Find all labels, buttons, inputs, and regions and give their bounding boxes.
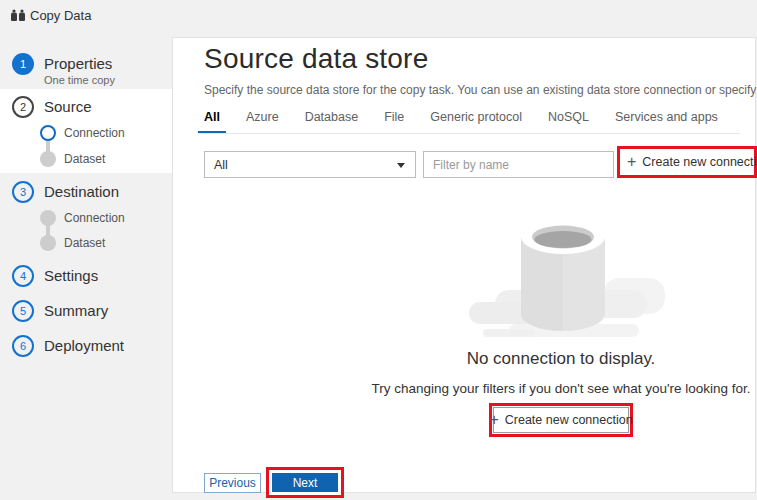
connector-type-dropdown[interactable]: All: [204, 151, 416, 178]
step-3-badge[interactable]: 3: [12, 181, 34, 203]
properties-sublabel: One time copy: [44, 74, 115, 86]
caret-down-icon: [397, 163, 405, 168]
category-tabs: All Azure Database File Generic protocol…: [198, 104, 740, 134]
destination-connection-dot: [40, 210, 56, 226]
sidebar-item-destination-connection[interactable]: Connection: [64, 211, 125, 225]
sidebar-item-summary[interactable]: Summary: [44, 302, 108, 319]
sidebar-item-deployment[interactable]: Deployment: [44, 337, 124, 354]
plus-icon: +: [627, 154, 636, 170]
tab-file[interactable]: File: [378, 110, 410, 133]
tab-generic-protocol[interactable]: Generic protocol: [424, 110, 528, 133]
sidebar-item-destination-dataset[interactable]: Dataset: [64, 236, 105, 250]
source-connection-dot: [40, 125, 56, 141]
tab-azure[interactable]: Azure: [240, 110, 285, 133]
page-description: Specify the source data store for the co…: [204, 83, 757, 97]
step-1-badge[interactable]: 1: [12, 53, 34, 75]
destination-dataset-dot: [40, 235, 56, 251]
database-cylinder-illustration: [453, 202, 673, 352]
plus-icon: +: [489, 412, 498, 428]
source-data-store-panel: Source data store Specify the source dat…: [172, 37, 756, 493]
sidebar-item-source-dataset[interactable]: Dataset: [64, 152, 105, 166]
step-4-badge[interactable]: 4: [12, 265, 34, 287]
previous-button[interactable]: Previous: [204, 473, 261, 493]
create-new-connection-label: Create new connection: [505, 413, 633, 427]
page-title: Source data store: [204, 43, 428, 75]
sidebar-item-source-connection[interactable]: Connection: [64, 126, 125, 140]
annotation-highlight-create-top: + Create new connection: [617, 146, 757, 178]
sidebar-item-settings[interactable]: Settings: [44, 267, 98, 284]
sidebar-item-source[interactable]: Source: [44, 98, 92, 115]
create-new-connection-button[interactable]: + Create new connection: [620, 149, 754, 175]
annotation-highlight-next: Next: [266, 467, 344, 498]
filter-by-name-input[interactable]: [423, 151, 614, 178]
next-button[interactable]: Next: [272, 473, 338, 492]
sidebar-item-properties[interactable]: Properties: [44, 55, 112, 72]
annotation-highlight-create-bottom: + Create new connection: [489, 403, 633, 437]
step-2-badge[interactable]: 2: [12, 96, 34, 118]
empty-state-hint: Try changing your filters if you don't s…: [331, 381, 757, 396]
step-5-badge[interactable]: 5: [12, 300, 34, 322]
tab-database[interactable]: Database: [299, 110, 365, 133]
tab-nosql[interactable]: NoSQL: [542, 110, 595, 133]
source-dataset-dot: [40, 151, 56, 167]
create-new-connection-button-empty-state[interactable]: + Create new connection: [493, 407, 629, 433]
tab-services-and-apps[interactable]: Services and apps: [609, 110, 724, 133]
tab-all[interactable]: All: [198, 110, 226, 133]
sidebar-item-destination[interactable]: Destination: [44, 183, 119, 200]
create-new-connection-label: Create new connection: [642, 155, 757, 169]
dropdown-selected-value: All: [214, 158, 228, 172]
step-6-badge[interactable]: 6: [12, 335, 34, 357]
wizard-sidebar: 1 Properties One time copy 2 Source Conn…: [0, 0, 172, 500]
empty-state-title: No connection to display.: [361, 349, 757, 369]
